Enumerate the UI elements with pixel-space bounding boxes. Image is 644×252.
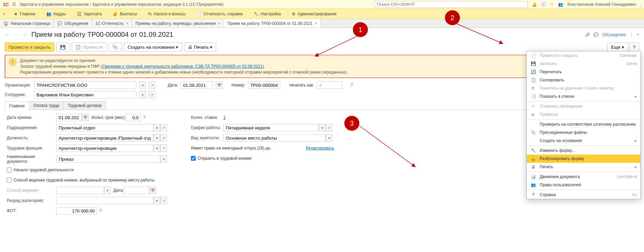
menu-kadry[interactable]: 👥Кадры xyxy=(44,10,68,18)
tab-1c-report[interactable]: 1С-Отчетность× xyxy=(92,19,132,28)
menu-nastr[interactable]: 🔧Настройка xyxy=(252,10,283,18)
help-icon[interactable]: ? xyxy=(99,208,102,213)
menu-item[interactable]: Создать на основании▸ xyxy=(527,137,640,145)
post-close-button[interactable]: Провести и закрыть xyxy=(5,43,54,51)
dropdown-icon[interactable]: ▾ xyxy=(153,197,160,204)
docname-field[interactable] xyxy=(56,155,160,163)
help-icon[interactable]: ? xyxy=(350,83,353,88)
subtab-pay[interactable]: Оплата труда xyxy=(29,101,64,110)
dropdown-icon[interactable]: ▾ xyxy=(139,91,146,98)
startwork-checkbox[interactable] xyxy=(7,168,12,172)
close-icon[interactable]: × xyxy=(126,21,128,26)
bell-icon[interactable]: 🔔 xyxy=(532,2,537,7)
open-icon[interactable]: ↗ xyxy=(160,134,167,142)
menu-item[interactable]: 👥Права пользователей xyxy=(527,181,640,189)
open-icon[interactable]: ↗ xyxy=(149,81,155,89)
reflect-checkbox[interactable] xyxy=(191,156,196,161)
menu-item[interactable]: Проверить на соответствие штатному распи… xyxy=(527,120,640,128)
save-button[interactable]: 💾 xyxy=(56,43,70,51)
menu-admin[interactable]: ⚙Администрирование xyxy=(290,10,339,18)
menu-item-shortcut: Ctrl+S xyxy=(626,62,637,66)
subtab-contract[interactable]: Трудовой договор xyxy=(63,101,106,110)
tab-hires[interactable]: Приемы на работу, переводы, увольнения× xyxy=(132,19,224,28)
help-button[interactable]: ? xyxy=(629,43,639,51)
dropdown-icon[interactable]: ▾ xyxy=(319,124,326,131)
dropdown-icon[interactable]: ▾ xyxy=(153,134,160,142)
probation-field[interactable] xyxy=(126,114,141,121)
fwd-arrow-icon[interactable]: → xyxy=(14,32,19,38)
attach-button[interactable]: 📎 xyxy=(108,43,122,51)
menu-item[interactable]: 📋Скопировать xyxy=(527,76,640,84)
dropdown-icon[interactable]: ▾ xyxy=(153,124,160,131)
menu-zarplata[interactable]: 🧮Зарплата xyxy=(75,10,104,18)
menu-item[interactable]: 📊Движения документаCtrl+Shift+A xyxy=(527,173,640,181)
open-icon[interactable]: ↗ xyxy=(149,91,155,98)
emp-field[interactable] xyxy=(34,91,136,98)
edit-link[interactable]: Редактировать xyxy=(306,146,334,151)
create-based-button[interactable]: Создать на основании ▾ xyxy=(124,43,182,51)
bookmethod-checkbox[interactable] xyxy=(7,178,12,183)
dropdown-icon[interactable]: ▾ xyxy=(160,155,167,163)
tab-discuss[interactable]: 💬Обсуждения xyxy=(54,19,92,28)
sched-field[interactable] xyxy=(223,124,319,131)
emptype-field[interactable] xyxy=(223,134,326,142)
menu-nalogi[interactable]: %Налоги и взносы xyxy=(146,10,188,18)
close-icon[interactable]: × xyxy=(218,21,220,26)
favorite-icon[interactable]: ☆ xyxy=(23,31,28,38)
fot-field[interactable] xyxy=(56,207,97,215)
menu-item[interactable]: 📑Показать в списке▸ xyxy=(527,92,640,100)
menu-item[interactable]: 🔄Перечитать xyxy=(527,68,640,76)
menu-item[interactable]: 🖨Печать▸ xyxy=(527,163,640,171)
tab-home[interactable]: 🏠Начальная страница xyxy=(0,19,54,28)
kebab-icon[interactable]: ⋮ xyxy=(629,32,633,37)
tab-hire-doc[interactable]: Прием на работу ТР00-000004 от 01.09.202… xyxy=(224,19,321,28)
search-input[interactable] xyxy=(374,1,528,8)
rates-link[interactable]: 1 xyxy=(223,115,226,120)
menu-main[interactable]: ★Главное xyxy=(12,10,38,18)
history-icon[interactable]: 🕘 xyxy=(541,2,546,7)
num-field[interactable] xyxy=(248,81,280,89)
help-icon[interactable]: ? xyxy=(143,115,146,120)
post-button[interactable]: 📋Провести xyxy=(72,43,106,51)
users-icon[interactable]: 👥 xyxy=(558,2,563,7)
dropdown-icon[interactable]: ▾ xyxy=(326,134,332,142)
pos-field[interactable] xyxy=(56,134,153,142)
org-field[interactable] xyxy=(34,81,136,89)
dropdown-icon[interactable]: ▾ xyxy=(153,144,160,152)
hamburger-icon[interactable]: ☰ xyxy=(12,2,16,7)
discuss-link[interactable]: Обсуждение xyxy=(602,32,626,37)
more-button[interactable]: Еще ▾ xyxy=(607,43,628,51)
current-user[interactable]: Константинов Алексей Геннадиевич xyxy=(567,2,636,7)
star-icon[interactable]: ☆ xyxy=(550,2,554,7)
minimize-icon[interactable]: _ xyxy=(639,2,641,7)
menu-item[interactable]: 🔓Разблокировать форму xyxy=(527,155,640,163)
menu-item[interactable]: 🔧Изменить форму... xyxy=(527,146,640,155)
hiredate-field[interactable] xyxy=(56,114,82,121)
print-button[interactable]: 🖨 Печать ▾ xyxy=(184,43,216,51)
calendar-icon[interactable]: 📅 xyxy=(216,81,223,89)
dropdown-icon[interactable]: ▾ xyxy=(139,81,146,89)
open-icon[interactable]: ↗ xyxy=(326,124,332,131)
open-icon[interactable]: ↗ xyxy=(160,144,167,152)
menu-item-label: Отменить проведение xyxy=(540,104,637,109)
dept-field[interactable] xyxy=(56,124,153,131)
menu-item[interactable]: 📎Присоединенные файлы xyxy=(527,128,640,137)
open-icon[interactable]: ↗ xyxy=(160,124,167,131)
date-field[interactable] xyxy=(181,81,213,89)
warning-link[interactable]: Сведения о трудовой деятельности работни… xyxy=(102,64,263,69)
menu-item[interactable]: ?СправкаF1 xyxy=(527,191,640,199)
titlebar: 1C ☰ Зарплата и управление персоналом / … xyxy=(0,0,644,9)
link-icon[interactable]: 🔗 xyxy=(585,32,590,37)
close-icon[interactable]: × xyxy=(315,21,317,26)
back-arrow-icon[interactable]: ← xyxy=(5,32,10,38)
close-doc-icon[interactable]: × xyxy=(637,32,639,37)
calendar-icon[interactable]: 📅 xyxy=(82,114,89,121)
menu-otchet[interactable]: 📄Отчетность, справки xyxy=(194,10,245,18)
menu-vyplaty[interactable]: 💰Выплаты xyxy=(110,10,139,18)
rank-field[interactable] xyxy=(56,197,153,204)
subtab-main[interactable]: Главное xyxy=(5,101,29,110)
menu-toggle-icon[interactable]: ≡ xyxy=(3,12,5,16)
open-icon[interactable]: ↗ xyxy=(160,197,167,204)
func-field[interactable] xyxy=(56,144,153,152)
printas-field[interactable] xyxy=(317,81,342,89)
